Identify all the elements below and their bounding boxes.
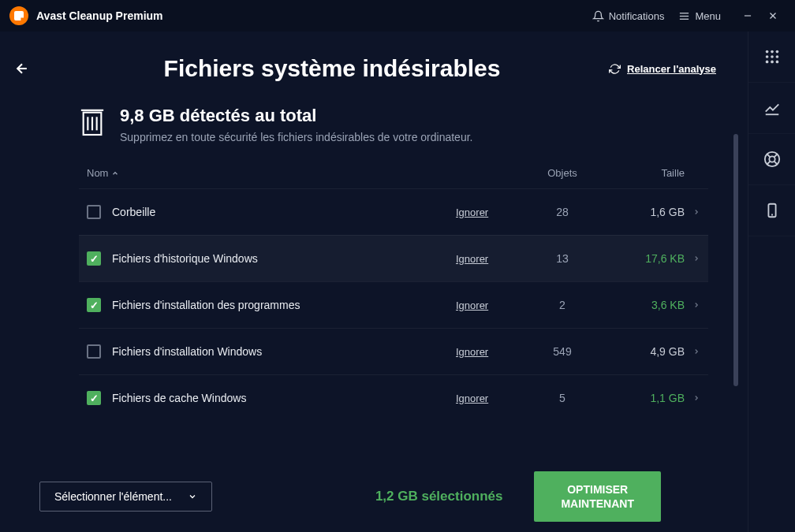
lifebelt-icon — [763, 151, 781, 168]
row-objects: 5 — [527, 392, 598, 404]
table-row[interactable]: Fichiers d'historique WindowsIgnorer1317… — [79, 235, 708, 281]
summary-subtext: Supprimez en toute sécurité les fichiers… — [120, 131, 472, 143]
minimize-icon — [742, 10, 753, 21]
svg-point-18 — [765, 61, 768, 64]
back-button[interactable] — [13, 59, 32, 78]
svg-point-19 — [771, 61, 774, 64]
bell-icon — [592, 10, 604, 22]
rescan-button[interactable]: Relancer l'analyse — [609, 63, 716, 75]
page-title: Fichiers système indésirables — [55, 55, 609, 82]
chevron-up-icon — [111, 169, 119, 177]
close-icon — [767, 10, 778, 21]
table-header: Nom Objets Taille — [79, 159, 708, 188]
chevron-down-icon — [188, 492, 197, 501]
minimize-button[interactable] — [735, 3, 760, 28]
row-size: 3,6 KB — [598, 299, 685, 311]
svg-point-22 — [769, 156, 774, 162]
svg-point-20 — [775, 61, 778, 64]
titlebar: Avast Cleanup Premium Notifications Menu — [0, 0, 795, 32]
row-name: Fichiers de cache Windows — [112, 392, 456, 404]
column-size: Taille — [598, 167, 685, 179]
svg-point-16 — [771, 55, 774, 58]
svg-line-25 — [774, 154, 777, 158]
row-name: Corbeille — [112, 206, 456, 218]
row-expand[interactable] — [685, 252, 708, 265]
row-expand[interactable] — [685, 299, 708, 311]
table-row[interactable]: Fichiers d'installation des programmesIg… — [79, 281, 708, 328]
ignore-link[interactable]: Ignorer — [456, 392, 527, 404]
svg-point-12 — [765, 50, 768, 54]
row-expand[interactable] — [685, 206, 708, 218]
row-name: Fichiers d'installation des programmes — [112, 299, 456, 311]
optimize-now-button[interactable]: OPTIMISER MAINTENANT — [534, 471, 661, 522]
content-area: Fichiers système indésirables Relancer l… — [0, 32, 748, 532]
grid-icon — [763, 48, 781, 65]
row-checkbox[interactable] — [87, 391, 101, 405]
table-row[interactable]: CorbeilleIgnorer281,6 GB — [79, 188, 708, 235]
refresh-icon — [609, 63, 621, 75]
chart-line-icon — [763, 99, 781, 117]
row-objects: 13 — [527, 252, 598, 265]
rail-grid-button[interactable] — [748, 32, 795, 83]
row-size: 4,9 GB — [598, 345, 685, 358]
scrollbar-thumb[interactable] — [733, 134, 738, 386]
svg-point-15 — [765, 55, 768, 58]
row-checkbox[interactable] — [87, 298, 101, 312]
trash-icon — [79, 106, 106, 140]
svg-line-23 — [767, 154, 770, 158]
menu-button[interactable]: Menu — [678, 10, 721, 22]
row-size: 1,1 GB — [598, 392, 685, 404]
rail-phone-button[interactable] — [748, 185, 795, 236]
arrow-left-icon — [14, 61, 30, 76]
row-expand[interactable] — [685, 392, 708, 404]
row-checkbox[interactable] — [87, 251, 101, 266]
chevron-right-icon — [692, 394, 700, 402]
row-name: Fichiers d'historique Windows — [112, 252, 456, 265]
selected-size-text: 1,2 GB sélectionnés — [375, 489, 503, 504]
column-name-sort[interactable]: Nom — [79, 167, 456, 179]
notifications-button[interactable]: Notifications — [592, 10, 665, 22]
chevron-right-icon — [692, 208, 700, 216]
svg-point-13 — [771, 50, 774, 54]
app-logo-icon — [9, 6, 28, 25]
ignore-link[interactable]: Ignorer — [456, 346, 527, 358]
ignore-link[interactable]: Ignorer — [456, 299, 527, 311]
close-button[interactable] — [760, 3, 786, 28]
row-checkbox[interactable] — [87, 344, 101, 359]
row-objects: 2 — [527, 299, 598, 311]
svg-point-17 — [775, 55, 778, 58]
svg-line-26 — [767, 162, 770, 165]
chevron-right-icon — [692, 255, 700, 262]
row-objects: 28 — [527, 206, 598, 218]
rail-chart-button[interactable] — [748, 83, 795, 134]
row-checkbox[interactable] — [87, 205, 101, 219]
row-name: Fichiers d'installation Windows — [112, 345, 456, 358]
row-size: 1,6 GB — [598, 206, 685, 218]
scrollbar[interactable] — [733, 134, 738, 481]
app-title: Avast Cleanup Premium — [36, 9, 163, 22]
select-element-dropdown[interactable]: Sélectionner l'élément... — [39, 482, 212, 512]
table-row[interactable]: Fichiers d'installation WindowsIgnorer54… — [79, 328, 708, 374]
svg-line-24 — [774, 162, 777, 165]
row-size: 17,6 KB — [598, 252, 685, 265]
ignore-link[interactable]: Ignorer — [456, 253, 527, 265]
right-rail — [748, 32, 795, 532]
summary-headline: 9,8 GB détectés au total — [120, 106, 472, 126]
menu-icon — [678, 10, 690, 22]
chevron-right-icon — [692, 348, 700, 355]
row-expand[interactable] — [685, 345, 708, 358]
phone-icon — [763, 202, 781, 219]
ignore-link[interactable]: Ignorer — [456, 206, 527, 218]
column-objects: Objets — [527, 167, 598, 179]
table-row[interactable]: Fichiers de cache WindowsIgnorer51,1 GB — [79, 374, 708, 421]
row-objects: 549 — [527, 345, 598, 358]
rail-lifebelt-button[interactable] — [748, 134, 795, 185]
svg-point-14 — [775, 50, 778, 54]
chevron-right-icon — [692, 301, 700, 309]
